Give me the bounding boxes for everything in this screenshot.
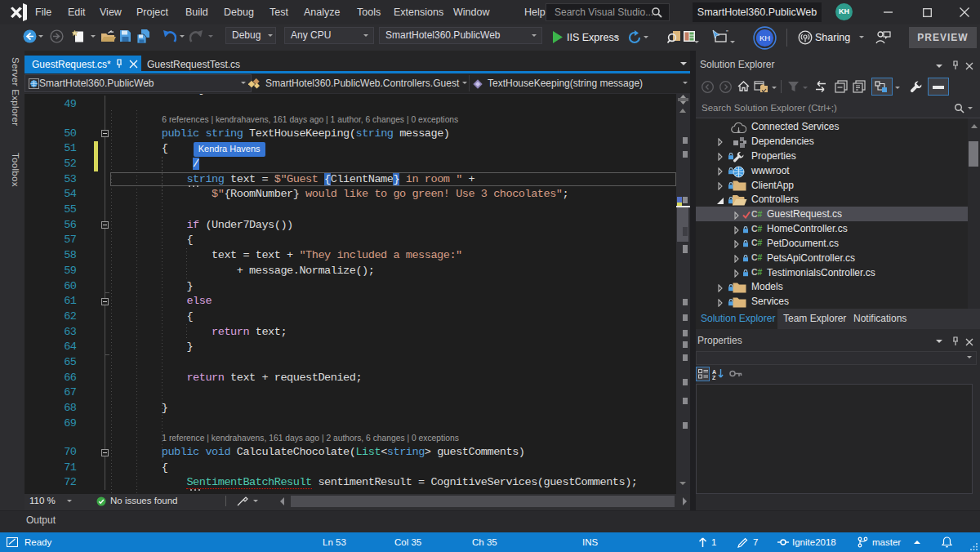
svg-text:”: ”: [726, 29, 728, 36]
svg-text:KH: KH: [760, 33, 770, 42]
svg-text:Z: Z: [712, 375, 716, 381]
svg-text:A: A: [712, 369, 716, 375]
